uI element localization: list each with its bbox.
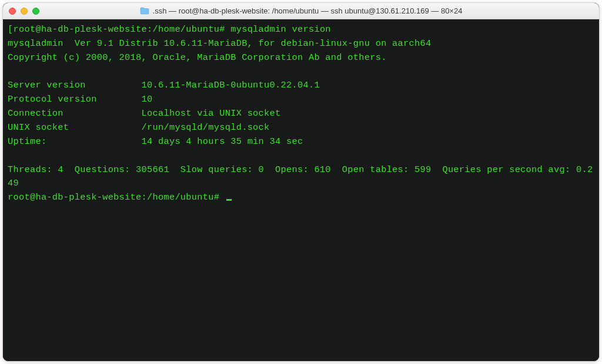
kv-value: 10 [142, 94, 153, 105]
close-button[interactable] [9, 8, 16, 15]
kv-label: Uptime: [8, 136, 46, 147]
output-line: Copyright (c) 2000, 2018, Oracle, MariaD… [8, 52, 387, 63]
terminal-window: .ssh — root@ha-db-plesk-website: /home/u… [2, 2, 600, 362]
command-1: mysqladmin version [230, 24, 331, 35]
titlebar[interactable]: .ssh — root@ha-db-plesk-website: /home/u… [3, 3, 599, 19]
kv-value: /run/mysqld/mysqld.sock [142, 122, 270, 133]
output-line: mysqladmin Ver 9.1 Distrib 10.6.11-Maria… [8, 38, 431, 49]
kv-value: Localhost via UNIX socket [142, 108, 281, 119]
minimize-button[interactable] [21, 8, 28, 15]
titlebar-title-area: .ssh — root@ha-db-plesk-website: /home/u… [3, 6, 599, 15]
terminal-content[interactable]: [root@ha-db-plesk-website:/home/ubuntu# … [3, 19, 599, 361]
cursor [226, 199, 232, 201]
folder-icon [140, 7, 149, 15]
prompt-2: root@ha-db-plesk-website:/home/ubuntu# [8, 192, 219, 203]
kv-value: 10.6.11-MariaDB-0ubuntu0.22.04.1 [142, 80, 320, 90]
prompt-1: root@ha-db-plesk-website:/home/ubuntu# [13, 24, 225, 35]
stats-line: Threads: 4 Questions: 305661 Slow querie… [8, 164, 593, 189]
kv-label: Server version [8, 80, 86, 90]
kv-value: 14 days 4 hours 35 min 34 sec [142, 136, 303, 147]
kv-label: Protocol version [8, 94, 97, 105]
kv-label: Connection [8, 108, 63, 119]
maximize-button[interactable] [32, 8, 39, 15]
traffic-lights [9, 8, 39, 15]
kv-label: UNIX socket [8, 122, 69, 133]
window-title: .ssh — root@ha-db-plesk-website: /home/u… [153, 6, 463, 15]
terminal-output: [root@ha-db-plesk-website:/home/ubuntu# … [8, 23, 594, 205]
